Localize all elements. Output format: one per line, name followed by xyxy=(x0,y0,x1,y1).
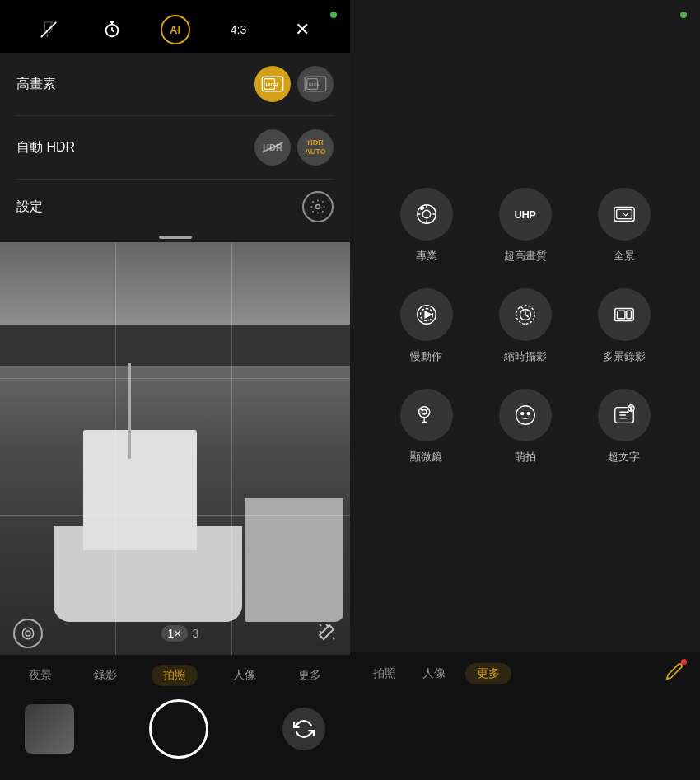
mode-tab-more[interactable]: 更多 xyxy=(292,665,328,686)
right-nav-row: 拍照 人像 更多 xyxy=(350,662,700,693)
timelapse-icon xyxy=(499,288,552,341)
right-tab-photo[interactable]: 拍照 xyxy=(366,663,403,684)
svg-text:↗: ↗ xyxy=(276,81,278,85)
edit-icon-button[interactable] xyxy=(665,662,684,684)
pro-icon xyxy=(400,188,453,241)
last-photo xyxy=(25,704,74,754)
mode-item-pro[interactable]: 專業 xyxy=(385,188,468,264)
multi-label: 多景錄影 xyxy=(603,349,646,364)
right-bottom-spacer xyxy=(350,693,700,775)
close-button[interactable]: ✕ xyxy=(287,15,317,44)
timer-icon[interactable] xyxy=(97,15,127,44)
modes-grid: 專業 UHP 超高畫質 全景 xyxy=(385,188,665,465)
uhp-label: 超高畫質 xyxy=(504,249,547,264)
text-icon: T xyxy=(598,389,651,441)
gear-icon[interactable] xyxy=(302,191,334,222)
cute-label: 萌拍 xyxy=(515,450,536,465)
thumbnail-preview[interactable] xyxy=(25,704,74,754)
small-boat xyxy=(245,498,343,622)
bottom-nav: 夜景 錄影 拍照 人像 更多 xyxy=(0,655,350,780)
text-label: 超文字 xyxy=(608,450,640,465)
mode-item-slow[interactable]: 慢動作 xyxy=(385,288,468,364)
svg-point-11 xyxy=(22,628,34,639)
zoom-extra[interactable]: 3 xyxy=(193,627,199,640)
viewfinder[interactable]: 1× 3 xyxy=(0,242,350,655)
pro-label: 專業 xyxy=(416,249,437,264)
right-tab-more[interactable]: 更多 xyxy=(465,663,511,684)
camera-preview: 1× 3 xyxy=(0,242,350,655)
ai-button[interactable]: AI xyxy=(161,15,190,44)
svg-marker-19 xyxy=(425,311,432,318)
multi-icon xyxy=(598,288,651,341)
svg-point-29 xyxy=(527,413,530,415)
left-panel: AI 4:3 ✕ 高畫素 HIGH ↗ xyxy=(0,0,350,780)
magic-wand-icon[interactable] xyxy=(317,622,337,646)
slow-label: 慢動作 xyxy=(410,349,442,364)
right-panel: 專業 UHP 超高畫質 全景 xyxy=(350,0,700,780)
hdr-label: 自動 HDR xyxy=(16,139,75,156)
svg-point-10 xyxy=(26,631,30,636)
settings-gear-row: 設定 xyxy=(16,180,334,231)
flash-icon[interactable] xyxy=(34,15,63,44)
mode-item-panorama[interactable]: 全景 xyxy=(583,188,665,264)
status-dot-right xyxy=(680,12,687,18)
focus-icon[interactable] xyxy=(13,619,43,648)
svg-point-26 xyxy=(422,409,427,414)
mode-tabs: 夜景 錄影 拍照 人像 更多 xyxy=(0,665,350,686)
mode-item-multi[interactable]: 多景錄影 xyxy=(583,288,665,364)
svg-point-25 xyxy=(418,407,429,418)
settings-panel: 高畫素 HIGH ↗ HIGH xyxy=(0,53,350,242)
zoom-value[interactable]: 1× xyxy=(161,625,188,642)
high-active-btn[interactable]: HIGH ↗ xyxy=(254,66,291,102)
mode-item-text[interactable]: T 超文字 xyxy=(583,389,665,465)
drag-handle[interactable] xyxy=(159,236,192,239)
timelapse-label: 縮時攝影 xyxy=(504,349,547,364)
mode-tab-photo[interactable]: 拍照 xyxy=(152,665,198,686)
resolution-row: 高畫素 HIGH ↗ HIGH xyxy=(16,53,334,116)
flip-camera-button[interactable] xyxy=(282,708,325,750)
mode-item-uhp[interactable]: UHP 超高畫質 xyxy=(484,188,567,264)
right-tab-portrait[interactable]: 人像 xyxy=(416,663,452,684)
mode-tab-portrait[interactable]: 人像 xyxy=(226,665,263,686)
hdr-off-btn[interactable]: HDR xyxy=(254,129,291,166)
slow-icon xyxy=(400,288,453,341)
high-inactive-btn[interactable]: HIGH xyxy=(297,66,334,102)
camera-controls xyxy=(0,686,350,775)
macro-label: 顯微鏡 xyxy=(410,450,442,465)
boat-cabin xyxy=(83,430,197,549)
svg-point-14 xyxy=(420,207,423,210)
boat-mast xyxy=(128,363,131,459)
svg-text:T: T xyxy=(629,406,632,411)
mode-tab-video[interactable]: 錄影 xyxy=(87,665,124,686)
zoom-indicator: 1× 3 xyxy=(161,625,199,642)
svg-point-9 xyxy=(316,205,320,209)
hdr-controls: HDR HDRAUTO xyxy=(254,129,334,166)
cute-icon xyxy=(499,389,552,441)
mode-item-timelapse[interactable]: 縮時攝影 xyxy=(484,288,567,364)
mode-item-macro[interactable]: 顯微鏡 xyxy=(385,389,468,465)
settings-text-label: 設定 xyxy=(16,199,43,216)
mode-tab-night[interactable]: 夜景 xyxy=(22,665,58,686)
resolution-controls: HIGH ↗ HIGH xyxy=(254,66,334,102)
right-mode-tabs: 拍照 人像 更多 xyxy=(366,663,665,684)
svg-rect-24 xyxy=(626,311,631,318)
modes-grid-area: 專業 UHP 超高畫質 全景 xyxy=(350,0,700,652)
hdr-row: 自動 HDR HDR HDRAUTO xyxy=(16,116,334,180)
svg-text:HIGH: HIGH xyxy=(309,82,320,87)
panorama-icon xyxy=(598,188,651,241)
top-bar: AI 4:3 ✕ xyxy=(0,0,350,53)
buildings xyxy=(0,325,350,366)
shutter-button[interactable] xyxy=(149,699,208,759)
edit-notification-dot xyxy=(681,659,687,665)
svg-rect-23 xyxy=(617,311,624,318)
viewfinder-controls: 1× 3 xyxy=(0,619,350,648)
svg-point-27 xyxy=(516,406,534,425)
mode-item-cute[interactable]: 萌拍 xyxy=(484,389,567,465)
svg-point-28 xyxy=(520,413,523,415)
panorama-label: 全景 xyxy=(614,249,635,264)
resolution-label: 高畫素 xyxy=(16,76,56,93)
hdr-auto-btn[interactable]: HDRAUTO xyxy=(297,129,334,166)
svg-point-13 xyxy=(422,210,430,217)
uhp-icon: UHP xyxy=(499,188,552,241)
ratio-button[interactable]: 4:3 xyxy=(224,15,254,44)
